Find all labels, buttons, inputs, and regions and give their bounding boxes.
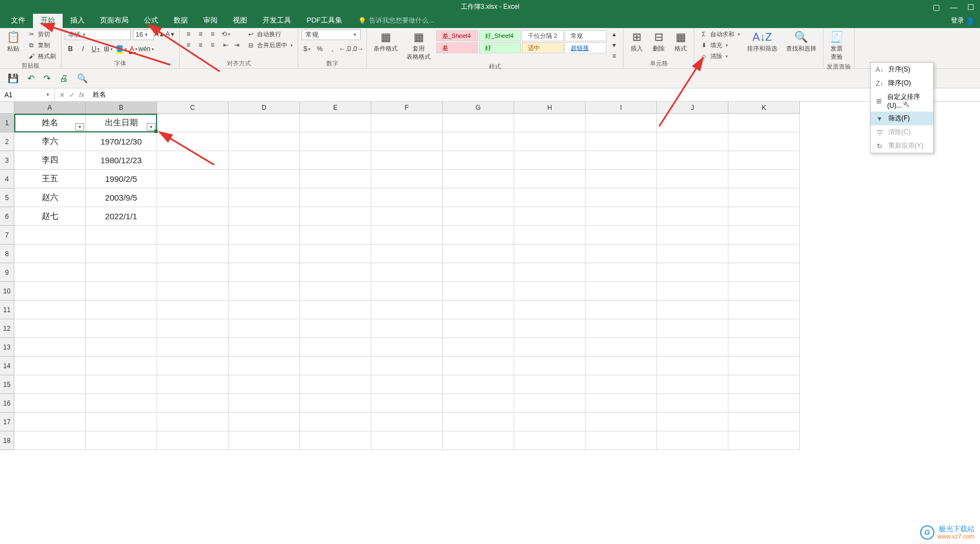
cell-C16[interactable] (157, 394, 229, 413)
cell-E14[interactable] (300, 357, 371, 375)
tab-dev[interactable]: 开发工具 (255, 13, 299, 28)
cell-H10[interactable] (514, 282, 586, 301)
cell-H18[interactable] (514, 431, 586, 450)
cell-G9[interactable] (443, 263, 514, 282)
cell-K11[interactable] (728, 301, 800, 319)
cell-B13[interactable] (86, 338, 157, 357)
cell-A9[interactable] (14, 263, 86, 282)
autosum-button[interactable]: Σ自动求和▾ (698, 29, 742, 39)
tab-view[interactable]: 视图 (225, 13, 255, 28)
cell-F1[interactable] (371, 114, 443, 132)
cell-B6[interactable]: 2022/1/1 (86, 207, 157, 226)
cell-style-good-sheet4[interactable]: 好_Sheet4 (479, 30, 521, 41)
select-all-button[interactable] (0, 102, 14, 114)
cell-K1[interactable] (728, 114, 800, 132)
cell-J16[interactable] (657, 394, 728, 413)
row-header-18[interactable]: 18 (0, 431, 14, 450)
filter-dropdown-icon[interactable]: ▾ (75, 123, 84, 131)
cell-K2[interactable] (728, 132, 800, 151)
cell-C15[interactable] (157, 375, 229, 394)
cell-K7[interactable] (728, 226, 800, 245)
menu-filter[interactable]: ▼筛选(F) (871, 112, 933, 125)
cell-style-ok[interactable]: 好 (479, 42, 521, 53)
row-header-6[interactable]: 6 (0, 207, 14, 226)
cell-E15[interactable] (300, 375, 371, 394)
cell-E5[interactable] (300, 188, 371, 207)
cell-B1[interactable]: 出生日期▾ (86, 114, 157, 132)
phonetic-button[interactable]: wén▾ (141, 44, 152, 54)
cell-G4[interactable] (443, 170, 514, 188)
cell-G11[interactable] (443, 301, 514, 319)
cell-A11[interactable] (14, 301, 86, 319)
cell-F16[interactable] (371, 394, 443, 413)
row-header-8[interactable]: 8 (0, 245, 14, 263)
cell-F6[interactable] (371, 207, 443, 226)
decrease-decimal-button[interactable]: .0→ (352, 44, 363, 54)
cell-G1[interactable] (443, 114, 514, 132)
format-as-table-button[interactable]: ▦套用 表格格式 (403, 29, 434, 62)
cell-B17[interactable] (86, 413, 157, 431)
wrap-text-button[interactable]: ↩自动换行 (244, 29, 294, 39)
cell-J5[interactable] (657, 188, 728, 207)
tab-insert[interactable]: 插入 (63, 13, 92, 28)
cell-C9[interactable] (157, 263, 229, 282)
style-scroll-down-icon[interactable]: ▾ (609, 40, 620, 50)
minimize-icon[interactable]: — (950, 3, 957, 12)
cell-C5[interactable] (157, 188, 229, 207)
print-button[interactable]: 🖨 (59, 74, 68, 84)
cell-H8[interactable] (514, 245, 586, 263)
cell-B14[interactable] (86, 357, 157, 375)
tab-formulas[interactable]: 公式 (136, 13, 166, 28)
row-header-7[interactable]: 7 (0, 226, 14, 245)
cell-A8[interactable] (14, 245, 86, 263)
decrease-indent-button[interactable]: ⇤ (220, 40, 231, 50)
cell-A3[interactable]: 李四 (14, 151, 86, 170)
cell-K14[interactable] (728, 357, 800, 375)
cell-E4[interactable] (300, 170, 371, 188)
row-header-9[interactable]: 9 (0, 263, 14, 282)
cell-style-thousand[interactable]: 千位分隔 2 (522, 30, 564, 41)
cell-A15[interactable] (14, 375, 86, 394)
cell-D17[interactable] (229, 413, 300, 431)
cell-F8[interactable] (371, 245, 443, 263)
cut-button[interactable]: ✂剪切 (25, 29, 58, 39)
cell-G10[interactable] (443, 282, 514, 301)
cell-E10[interactable] (300, 282, 371, 301)
cell-C8[interactable] (157, 245, 229, 263)
orientation-button[interactable]: ⟲▾ (220, 29, 231, 39)
tab-file[interactable]: 文件 (3, 13, 33, 28)
cell-E17[interactable] (300, 413, 371, 431)
cell-G8[interactable] (443, 245, 514, 263)
cell-G16[interactable] (443, 394, 514, 413)
cell-E16[interactable] (300, 394, 371, 413)
cell-H16[interactable] (514, 394, 586, 413)
cell-D15[interactable] (229, 375, 300, 394)
fill-button[interactable]: ⬇填充▾ (698, 40, 742, 50)
cell-D3[interactable] (229, 151, 300, 170)
cell-F13[interactable] (371, 338, 443, 357)
cell-I3[interactable] (586, 151, 657, 170)
column-header-J[interactable]: J (657, 102, 728, 114)
fill-color-button[interactable]: 🪣▾ (115, 44, 126, 54)
row-header-10[interactable]: 10 (0, 282, 14, 301)
cell-G2[interactable] (443, 132, 514, 151)
login-button[interactable]: 登录 👤 (945, 13, 980, 28)
cell-C10[interactable] (157, 282, 229, 301)
cell-I8[interactable] (586, 245, 657, 263)
cell-F11[interactable] (371, 301, 443, 319)
row-header-13[interactable]: 13 (0, 338, 14, 357)
cell-G15[interactable] (443, 375, 514, 394)
cell-A4[interactable]: 王五 (14, 170, 86, 188)
underline-button[interactable]: U▾ (90, 44, 101, 54)
cell-K6[interactable] (728, 207, 800, 226)
merge-center-button[interactable]: ⊟合并后居中▾ (244, 40, 294, 50)
cell-E12[interactable] (300, 319, 371, 338)
cell-F2[interactable] (371, 132, 443, 151)
cell-J2[interactable] (657, 132, 728, 151)
cell-style-hyperlink[interactable]: 超链接 (565, 42, 606, 53)
redo-button[interactable]: ↷ (43, 73, 51, 84)
cell-K17[interactable] (728, 413, 800, 431)
cell-F3[interactable] (371, 151, 443, 170)
cell-A5[interactable]: 赵六 (14, 188, 86, 207)
cell-H13[interactable] (514, 338, 586, 357)
